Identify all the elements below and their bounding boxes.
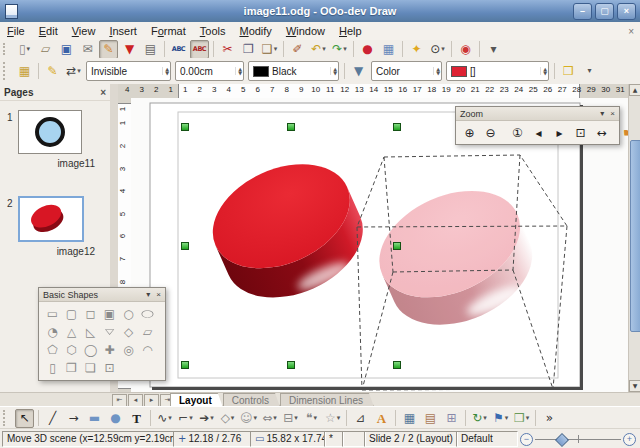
- line-dialog-button[interactable]: ✎: [43, 62, 62, 81]
- zoom-previous-button[interactable]: ◂: [529, 123, 548, 142]
- undo-button-dropdown[interactable]: ▾: [322, 45, 326, 53]
- selection-handle[interactable]: [182, 124, 189, 131]
- new-document-button[interactable]: ▯▾: [15, 40, 34, 59]
- edit-points-button[interactable]: ⊿: [351, 409, 370, 428]
- callouts-tool-dropdown[interactable]: ▾: [314, 414, 318, 422]
- gallery-button[interactable]: ▤: [421, 409, 440, 428]
- shape-cube[interactable]: ❐: [62, 359, 81, 377]
- zoom-slider[interactable]: − +: [520, 433, 636, 445]
- align-button[interactable]: ⚑▾: [491, 409, 510, 428]
- shape-cylinder[interactable]: ▯: [43, 359, 62, 377]
- menu-window[interactable]: Window: [279, 24, 332, 38]
- basic-shapes-dropdown-icon[interactable]: ▾: [146, 290, 150, 299]
- menu-modify[interactable]: Modify: [232, 24, 278, 38]
- zoom-page-button[interactable]: ⊡: [571, 123, 590, 142]
- cut-button[interactable]: ✂: [218, 40, 237, 59]
- shape-frame[interactable]: ⊡: [100, 359, 119, 377]
- selection-handle[interactable]: [182, 362, 189, 369]
- selection-handle[interactable]: [288, 124, 295, 131]
- align-button-dropdown[interactable]: ▾: [505, 414, 509, 422]
- rotate-button[interactable]: ↻▾: [470, 409, 489, 428]
- line-width-input[interactable]: 0.00cm ▲▼: [175, 61, 244, 81]
- basic-shapes-tool[interactable]: ◇▾: [218, 409, 237, 428]
- shape-ellipse[interactable]: ◯: [138, 305, 157, 323]
- shape-parallelogram[interactable]: ▱: [138, 323, 157, 341]
- zoom-toolbar-close-icon[interactable]: ×: [610, 109, 615, 118]
- arrow-tool[interactable]: →: [64, 409, 83, 428]
- menu-tools[interactable]: Tools: [193, 24, 233, 38]
- curve-tool-dropdown[interactable]: ▾: [168, 414, 172, 422]
- stars-tool-dropdown[interactable]: ▾: [337, 414, 341, 422]
- arrange-button[interactable]: ❒▾: [512, 409, 531, 428]
- paste-button-dropdown[interactable]: ▾: [274, 45, 278, 53]
- stars-tool[interactable]: ☆▾: [323, 409, 342, 428]
- undo-button[interactable]: ↶▾: [309, 40, 328, 59]
- curve-tool[interactable]: ∿▾: [155, 409, 174, 428]
- object-size-field[interactable]: ▭15.82 x 17.74: [250, 431, 326, 447]
- fill-type-spinner[interactable]: ▲▼: [433, 67, 440, 75]
- title-bar[interactable]: image11.odg - OOo-dev Draw – ▢ ×: [0, 0, 640, 23]
- zoom-page-width-button[interactable]: ↔: [592, 123, 611, 142]
- zoom-100-button[interactable]: ①: [508, 123, 527, 142]
- maximize-button[interactable]: ▢: [595, 3, 614, 20]
- selection-handle[interactable]: [288, 362, 295, 369]
- clone-formatting-button[interactable]: ✐: [288, 40, 307, 59]
- page-thumbnail-1[interactable]: 1: [18, 110, 82, 154]
- edit-file-button[interactable]: ✎: [99, 40, 118, 59]
- menu-help[interactable]: Help: [332, 24, 369, 38]
- menu-format[interactable]: Format: [144, 24, 193, 38]
- symbol-shapes-tool[interactable]: ☺▾: [239, 409, 258, 428]
- flowchart-tool[interactable]: ⊟▾: [281, 409, 300, 428]
- scroll-up-button[interactable]: ▲: [629, 84, 640, 96]
- zoom-in-icon[interactable]: +: [623, 433, 636, 446]
- shape-hexagon[interactable]: ⬡: [62, 341, 81, 359]
- shadow-button[interactable]: ❒: [559, 62, 578, 81]
- rotate-button-dropdown[interactable]: ▾: [483, 414, 487, 422]
- selection-handle[interactable]: [394, 124, 401, 131]
- navigator-button[interactable]: ✦: [407, 40, 426, 59]
- layer-tab-controls[interactable]: Controls: [223, 393, 280, 407]
- page-style-field[interactable]: Default: [456, 431, 518, 447]
- insert-frame-button[interactable]: ⊞: [442, 409, 461, 428]
- block-arrows-tool[interactable]: ⇔▾: [260, 409, 279, 428]
- save-button[interactable]: ▣: [57, 40, 76, 59]
- line-style-select[interactable]: Invisible ▲▼: [86, 61, 171, 81]
- text-tool[interactable]: T: [127, 409, 146, 428]
- copy-button[interactable]: ❐: [239, 40, 258, 59]
- fill-type-select[interactable]: Color ▲▼: [371, 61, 442, 81]
- zoom-button-dropdown[interactable]: ▾: [441, 45, 445, 53]
- shape-rectangle[interactable]: ▭: [43, 305, 62, 323]
- line-color-spinner[interactable]: ▲▼: [330, 67, 337, 75]
- zoom-slider-thumb[interactable]: [555, 432, 569, 446]
- styles-panel-button[interactable]: ▦: [15, 62, 34, 81]
- arrange-button-dropdown[interactable]: ▾: [526, 414, 530, 422]
- menu-edit[interactable]: Edit: [32, 24, 65, 38]
- shape-rounded-square[interactable]: ▣: [100, 305, 119, 323]
- cursor-position-field[interactable]: +12.18 / 2.76: [173, 431, 251, 447]
- zoom-next-button[interactable]: ▸: [550, 123, 569, 142]
- line-width-spinner[interactable]: ▲▼: [235, 67, 242, 75]
- line-tool[interactable]: ╱: [43, 409, 62, 428]
- line-color-select[interactable]: Black ▲▼: [248, 61, 339, 81]
- shape-folded-corner[interactable]: ❏: [81, 359, 100, 377]
- basic-shapes-tool-dropdown[interactable]: ▾: [231, 414, 235, 422]
- block-arrows-tool-dropdown[interactable]: ▾: [273, 414, 277, 422]
- fill-color-select[interactable]: [] ▲▼: [446, 61, 549, 81]
- shape-circle-pie[interactable]: ◔: [43, 323, 62, 341]
- connector-tool[interactable]: ⌐▾: [176, 409, 195, 428]
- fontwork-button[interactable]: A: [372, 409, 391, 428]
- toolbar-grip[interactable]: [3, 43, 10, 56]
- zoom-out-icon[interactable]: −: [520, 433, 533, 446]
- paste-button[interactable]: ❑▾: [260, 40, 279, 59]
- shape-right-triangle[interactable]: ◺: [81, 323, 100, 341]
- close-document-icon[interactable]: ×: [628, 26, 634, 37]
- rectangle-tool[interactable]: ▬: [85, 409, 104, 428]
- symbol-shapes-tool-dropdown[interactable]: ▾: [254, 414, 258, 422]
- more-buttons[interactable]: »: [540, 409, 559, 428]
- shape-block-arc[interactable]: ◠: [138, 341, 157, 359]
- zoom-out-button[interactable]: ⊖: [481, 123, 500, 142]
- fill-color-spinner[interactable]: ▲▼: [540, 67, 547, 75]
- page-thumbnail-2[interactable]: 2: [18, 196, 82, 242]
- flowchart-tool-dropdown[interactable]: ▾: [294, 414, 298, 422]
- toolbar-grip[interactable]: [3, 62, 10, 80]
